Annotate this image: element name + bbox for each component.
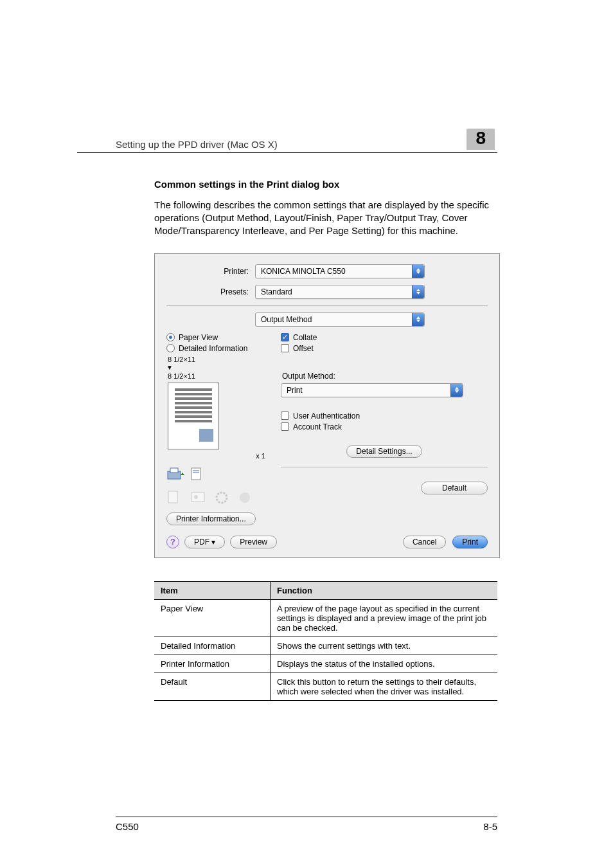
check-account-track-label: Account Track xyxy=(293,422,342,431)
presets-label: Presets: xyxy=(166,287,249,296)
check-user-auth-input[interactable] xyxy=(281,411,289,420)
print-dialog: Printer: KONICA MINOLTA C550 Presets: St… xyxy=(154,253,500,558)
stamp-icon xyxy=(236,489,254,506)
preview-button[interactable]: Preview xyxy=(230,536,277,548)
check-user-auth[interactable]: User Authentication xyxy=(281,411,488,420)
preview-image-block-icon xyxy=(199,429,213,442)
copies-indicator: x 1 xyxy=(166,452,269,460)
check-offset-input[interactable] xyxy=(281,344,289,352)
table-header-item: Item xyxy=(154,581,271,599)
table-row: Printer Information Displays the status … xyxy=(154,655,497,673)
table-cell-func: Click this button to return the settings… xyxy=(271,673,498,700)
radio-detailed-info-label: Detailed Information xyxy=(179,344,247,353)
chevron-updown-icon xyxy=(450,384,463,397)
user-card-icon xyxy=(190,489,208,506)
svg-marker-2 xyxy=(181,473,184,475)
radio-paper-view[interactable]: Paper View xyxy=(166,333,269,342)
table-row: Default Click this button to return the … xyxy=(154,673,497,700)
svg-rect-5 xyxy=(193,472,199,473)
svg-point-9 xyxy=(217,493,227,503)
check-collate-label: Collate xyxy=(293,333,317,342)
output-method-select-value: Print xyxy=(287,386,303,395)
output-method-select[interactable]: Print xyxy=(281,383,463,397)
svg-rect-6 xyxy=(168,491,177,503)
table-cell-func: Shows the current settings with text. xyxy=(271,637,498,655)
output-method-label: Output Method: xyxy=(282,372,488,381)
page-size-from: 8 1/2×11 xyxy=(168,356,269,363)
gear-user-icon xyxy=(213,489,231,506)
preview-pane: Paper View Detailed Information 8 1/2×11… xyxy=(166,333,269,525)
pdf-menu-button[interactable]: PDF ▾ xyxy=(184,536,225,548)
svg-point-10 xyxy=(240,493,250,503)
section-heading: Common settings in the Print dialog box xyxy=(154,179,497,190)
check-account-track-input[interactable] xyxy=(281,422,289,431)
table-cell-func: A preview of the page layout as specifie… xyxy=(271,599,498,637)
document-icon xyxy=(166,489,184,506)
svg-rect-4 xyxy=(193,470,199,471)
intro-paragraph: The following describes the common setti… xyxy=(154,199,497,238)
page-size-to: 8 1/2×11 xyxy=(168,372,269,380)
presets-select[interactable]: Standard xyxy=(255,285,425,299)
chevron-updown-icon xyxy=(412,265,424,278)
table-cell-func: Displays the status of the installed opt… xyxy=(271,655,498,673)
printer-information-button[interactable]: Printer Information... xyxy=(166,512,256,525)
settings-table: Item Function Paper View A preview of th… xyxy=(154,581,497,701)
table-row: Detailed Information Shows the current s… xyxy=(154,637,497,655)
cancel-button[interactable]: Cancel xyxy=(403,536,446,548)
radio-detailed-info-input[interactable] xyxy=(166,344,175,352)
chapter-number: 8 xyxy=(466,129,495,150)
chevron-updown-icon xyxy=(412,285,424,298)
pane-select-value: Output Method xyxy=(261,315,312,324)
table-cell-item: Paper View xyxy=(154,599,271,637)
svg-point-8 xyxy=(194,495,198,499)
svg-rect-1 xyxy=(170,468,178,473)
default-button[interactable]: Default xyxy=(421,482,488,494)
printer-select-value: KONICA MINOLTA C550 xyxy=(261,267,346,276)
detail-settings-button[interactable]: Detail Settings... xyxy=(346,445,422,458)
check-user-auth-label: User Authentication xyxy=(293,411,360,420)
check-collate[interactable]: Collate xyxy=(281,333,488,342)
table-cell-item: Printer Information xyxy=(154,655,271,673)
table-header-function: Function xyxy=(271,581,498,599)
arrow-down-icon: ▼ xyxy=(166,366,269,370)
footer-model: C550 xyxy=(116,821,139,832)
printer-select[interactable]: KONICA MINOLTA C550 xyxy=(255,264,425,278)
radio-paper-view-input[interactable] xyxy=(166,333,175,341)
check-account-track[interactable]: Account Track xyxy=(281,422,488,431)
check-offset-label: Offset xyxy=(293,344,314,353)
document-lock-icon xyxy=(190,466,208,483)
table-row: Paper View A preview of the page layout … xyxy=(154,599,497,637)
table-cell-item: Detailed Information xyxy=(154,637,271,655)
radio-detailed-info[interactable]: Detailed Information xyxy=(166,344,269,353)
svg-rect-3 xyxy=(191,468,200,480)
running-header-left: Setting up the PPD driver (Mac OS X) xyxy=(116,139,278,150)
pane-select[interactable]: Output Method xyxy=(255,312,425,327)
printer-label: Printer: xyxy=(166,267,249,276)
page-preview-thumbnail xyxy=(168,383,219,449)
radio-paper-view-label: Paper View xyxy=(179,333,218,342)
print-button[interactable]: Print xyxy=(452,536,488,548)
printer-icon xyxy=(166,466,184,483)
chevron-updown-icon xyxy=(412,313,424,326)
footer-page-number: 8-5 xyxy=(483,821,497,832)
presets-select-value: Standard xyxy=(261,287,292,296)
help-button[interactable]: ? xyxy=(166,536,179,548)
check-collate-input[interactable] xyxy=(281,333,289,341)
table-cell-item: Default xyxy=(154,673,271,700)
check-offset[interactable]: Offset xyxy=(281,344,488,353)
